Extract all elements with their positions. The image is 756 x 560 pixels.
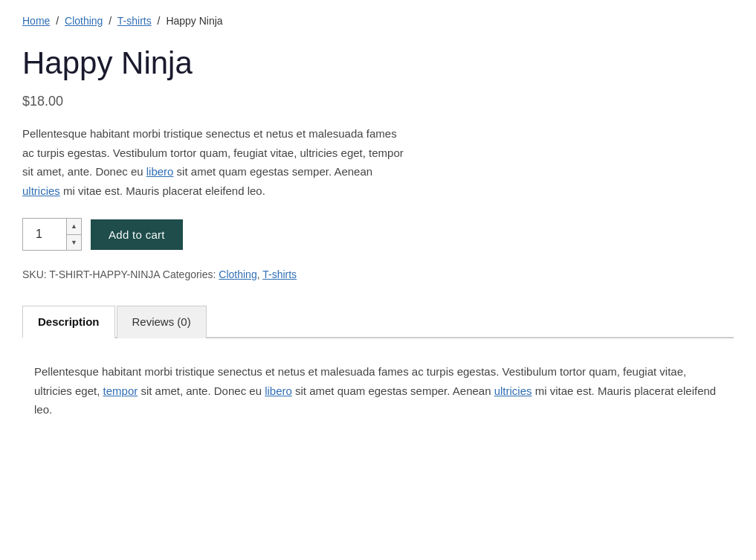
description-text-2: sit amet quam egestas semper. Aenean [173,165,372,178]
quantity-input[interactable] [23,228,66,241]
quantity-down-button[interactable]: ▼ [67,235,81,251]
categories-label: Categories: [163,268,216,280]
description-text-3: mi vitae est. Mauris placerat eleifend l… [60,184,265,197]
quantity-up-button[interactable]: ▲ [67,219,81,235]
product-description: Pellentesque habitant morbi tristique se… [22,124,409,200]
sku-label: SKU: [22,268,47,280]
breadcrumb-clothing[interactable]: Clothing [65,15,103,27]
breadcrumb-current: Happy Ninja [166,15,222,27]
quantity-arrows: ▲ ▼ [66,219,81,250]
quantity-wrapper: ▲ ▼ [22,218,82,251]
tab-desc-link-tempor[interactable]: tempor [103,384,138,397]
tab-desc-text-2: sit amet, ante. Donec eu [138,384,265,397]
tab-desc-link-ultricies[interactable]: ultricies [494,384,532,397]
category-tshirts-link[interactable]: T-shirts [262,268,297,280]
product-title: Happy Ninja [22,45,734,82]
tab-description-paragraph: Pellentesque habitant morbi tristique se… [34,362,722,419]
tab-desc-link-libero[interactable]: libero [265,384,292,397]
quantity-add-row: ▲ ▼ Add to cart [22,218,734,251]
breadcrumb-tshirts[interactable]: T-shirts [117,15,152,27]
product-meta: SKU: T-SHIRT-HAPPY-NINJA Categories: Clo… [22,268,734,280]
breadcrumb-separator-3: / [158,15,161,27]
description-link-ultricies[interactable]: ultricies [22,184,60,197]
breadcrumb-separator-2: / [109,15,112,27]
breadcrumb-separator-1: / [56,15,59,27]
product-price: $18.00 [22,94,734,109]
breadcrumb-home[interactable]: Home [22,15,50,27]
description-link-libero[interactable]: libero [146,165,174,178]
tab-description-content: Pellentesque habitant morbi tristique se… [22,338,734,431]
tabs-container: Description Reviews (0) Pellentesque hab… [22,304,734,431]
tab-description[interactable]: Description [22,306,115,338]
tab-reviews[interactable]: Reviews (0) [117,306,207,338]
tabs-header: Description Reviews (0) [22,304,734,338]
category-clothing-link[interactable]: Clothing [219,268,256,280]
tab-desc-text-3: sit amet quam egestas semper. Aenean [292,384,494,397]
sku-value: T-SHIRT-HAPPY-NINJA [49,268,162,280]
breadcrumb: Home / Clothing / T-shirts / Happy Ninja [22,15,734,27]
add-to-cart-button[interactable]: Add to cart [91,219,183,250]
